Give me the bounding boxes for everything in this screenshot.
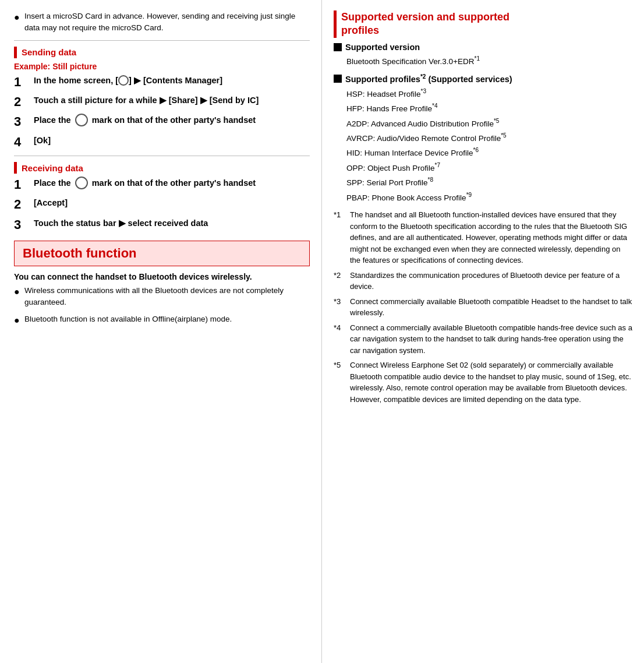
profile-list: HSP: Headset Profile*3 HFP: Hands Free P… bbox=[346, 86, 632, 205]
divider-2 bbox=[14, 156, 310, 156]
step-1-content: In the home screen, [] ▶ [Contents Manag… bbox=[34, 75, 222, 90]
bullet-dot: ● bbox=[14, 10, 22, 34]
fn-num-3: *3 bbox=[334, 296, 350, 319]
fn-num-1: *1 bbox=[334, 209, 350, 266]
fn-text-3: Connect commercially available Bluetooth… bbox=[350, 296, 632, 319]
version-text: Bluetooth Specification Ver.3.0+EDR bbox=[346, 57, 475, 65]
sending-step-2: 2 Touch a still picture for a while ▶ [S… bbox=[14, 94, 310, 110]
receiving-data-title: Receiving data bbox=[22, 163, 83, 173]
fn-num-5: *5 bbox=[334, 359, 350, 405]
divider-1 bbox=[14, 40, 310, 41]
fn-text-5: Connect Wireless Earphone Set 02 (sold s… bbox=[350, 359, 632, 405]
sending-step-4: 4 [Ok] bbox=[14, 135, 310, 150]
sending-data-header: Sending data bbox=[14, 47, 310, 58]
receiving-step-2: 2 [Accept] bbox=[14, 197, 310, 212]
receiving-data-bar bbox=[14, 162, 17, 174]
bluetooth-bullet-2: ● Bluetooth function is not available in… bbox=[14, 313, 310, 327]
footnote-2: *2 Standardizes the communication proced… bbox=[334, 270, 632, 292]
profiles-sup: *2 bbox=[420, 73, 426, 80]
supported-section-title: Supported version and supported profiles bbox=[341, 10, 509, 38]
profile-hfp: HFP: Hands Free Profile*4 bbox=[346, 101, 632, 115]
supported-section-header: Supported version and supported profiles bbox=[334, 10, 632, 38]
recv-step-num-3: 3 bbox=[14, 217, 30, 232]
step-num-2: 2 bbox=[14, 94, 30, 110]
profile-opp: OPP: Object Push Profile*7 bbox=[346, 160, 632, 175]
supported-version-text: Bluetooth Specification Ver.3.0+EDR*1 bbox=[346, 54, 632, 68]
footnote-4: *4 Connect a commercially available Blue… bbox=[334, 322, 632, 357]
fn-num-4: *4 bbox=[334, 322, 350, 357]
receiving-data-header: Receiving data bbox=[14, 162, 310, 174]
footnote-5: *5 Connect Wireless Earphone Set 02 (sol… bbox=[334, 359, 632, 405]
profiles-label2: (Supported services) bbox=[426, 75, 512, 84]
step-num-1: 1 bbox=[14, 75, 30, 90]
footnote-3: *3 Connect commercially available Blueto… bbox=[334, 296, 632, 319]
profiles-label-text: Supported profiles bbox=[345, 75, 420, 84]
intro-bullet-text: Insert a microSD Card in advance. Howeve… bbox=[24, 10, 310, 34]
recv-step-1-content: Place the mark on that of the other part… bbox=[34, 177, 256, 192]
fn-text-1: The handset and all Bluetooth function-i… bbox=[350, 209, 632, 266]
bluetooth-box-title: Bluetooth function bbox=[23, 246, 301, 261]
supported-section-bar bbox=[334, 10, 337, 38]
fn-text-4: Connect a commercially available Bluetoo… bbox=[350, 322, 632, 357]
step-num-4: 4 bbox=[14, 135, 30, 150]
bluetooth-function-box: Bluetooth function bbox=[14, 241, 310, 266]
profiles-square bbox=[334, 75, 342, 83]
recv-step-num-1: 1 bbox=[14, 177, 30, 192]
supported-version-label: Supported version bbox=[345, 43, 420, 52]
profile-spp: SPP: Serial Port Profile*8 bbox=[346, 175, 632, 189]
fn-text-2: Standardizes the communication procedure… bbox=[350, 270, 632, 292]
bluetooth-bullet-1-text: Wireless communications with all the Blu… bbox=[24, 285, 310, 309]
supported-version-header: Supported version bbox=[334, 43, 632, 52]
right-column: Supported version and supported profiles… bbox=[322, 0, 644, 663]
step-num-3: 3 bbox=[14, 114, 30, 129]
bt-bullet-dot-1: ● bbox=[14, 285, 22, 309]
sending-step-3: 3 Place the mark on that of the other pa… bbox=[14, 114, 310, 129]
receiving-step-3: 3 Touch the status bar ▶ select received… bbox=[14, 217, 310, 232]
bluetooth-bullet-1: ● Wireless communications with all the B… bbox=[14, 285, 310, 309]
version-sup: *1 bbox=[475, 55, 480, 62]
recv-step-num-2: 2 bbox=[14, 197, 30, 212]
example-label: Example: Still picture bbox=[14, 62, 310, 71]
supported-profiles-header: Supported profiles*2 (Supported services… bbox=[334, 73, 632, 84]
fn-num-2: *2 bbox=[334, 270, 350, 292]
profile-avrcp: AVRCP: Audio/Video Remote Control Profil… bbox=[346, 131, 632, 145]
left-column: ● Insert a microSD Card in advance. Howe… bbox=[0, 0, 322, 663]
profile-a2dp: A2DP: Advanced Audio Distribution Profil… bbox=[346, 116, 632, 131]
step-2-content: Touch a still picture for a while ▶ [Sha… bbox=[34, 94, 259, 110]
profile-hid: HID: Human Interface Device Profile*6 bbox=[346, 145, 632, 160]
profile-hsp: HSP: Headset Profile*3 bbox=[346, 86, 632, 101]
recv-step-2-content: [Accept] bbox=[34, 197, 68, 212]
footnote-1: *1 The handset and all Bluetooth functio… bbox=[334, 209, 632, 266]
supported-title-line2: profiles bbox=[341, 24, 509, 37]
receiving-step-1: 1 Place the mark on that of the other pa… bbox=[14, 177, 310, 192]
sending-data-bar bbox=[14, 47, 17, 58]
bluetooth-bullet-2-text: Bluetooth function is not available in O… bbox=[24, 313, 232, 327]
home-icon bbox=[118, 75, 129, 86]
ic-mark-icon-2 bbox=[75, 177, 88, 189]
supported-title-line1: Supported version and supported bbox=[341, 10, 509, 24]
sending-data-title: Sending data bbox=[22, 47, 76, 57]
step-4-content: [Ok] bbox=[34, 135, 51, 150]
sending-step-1: 1 In the home screen, [] ▶ [Contents Man… bbox=[14, 75, 310, 90]
intro-bullet: ● Insert a microSD Card in advance. Howe… bbox=[14, 10, 310, 34]
ic-mark-icon bbox=[75, 114, 88, 126]
bt-bullet-dot-2: ● bbox=[14, 313, 22, 327]
footnote-list: *1 The handset and all Bluetooth functio… bbox=[334, 209, 632, 405]
bluetooth-intro: You can connect the handset to Bluetooth… bbox=[14, 272, 310, 281]
step-3-content: Place the mark on that of the other part… bbox=[34, 114, 256, 129]
recv-step-3-content: Touch the status bar ▶ select received d… bbox=[34, 217, 208, 232]
page: ● Insert a microSD Card in advance. Howe… bbox=[0, 0, 644, 663]
supported-profiles-label: Supported profiles*2 (Supported services… bbox=[345, 73, 512, 84]
version-square bbox=[334, 43, 342, 51]
profile-pbap: PBAP: Phone Book Access Profile*9 bbox=[346, 190, 632, 204]
